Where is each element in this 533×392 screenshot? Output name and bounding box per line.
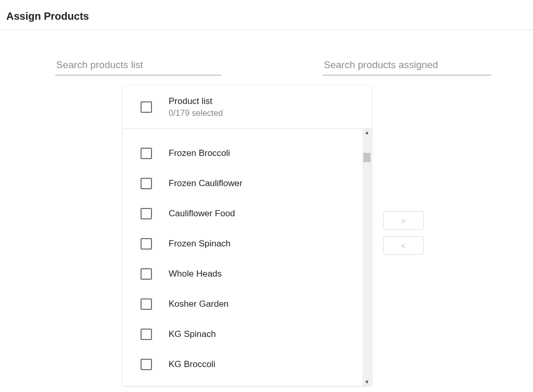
item-label: Whole Heads [169,269,222,279]
item-label: Kosher Garden [169,299,229,309]
product-list-header-title: Product list [169,96,223,108]
item-label: Frozen Spinach [169,239,231,249]
product-list-scrollbar[interactable]: ▲ ▼ [362,129,372,386]
item-checkbox[interactable] [141,238,152,250]
list-item[interactable]: Whole Heads [123,259,362,289]
item-checkbox[interactable] [141,298,152,310]
item-checkbox[interactable] [141,268,152,280]
search-products-assigned-input[interactable] [323,56,491,75]
transfer-buttons: > < [383,211,424,261]
list-item[interactable]: Cauliflower Food [123,199,362,229]
item-checkbox[interactable] [141,329,152,340]
product-list-header-text: Product list 0/179 selected [169,96,223,119]
list-item[interactable]: KG Broccoli [123,349,362,380]
product-list-header: Product list 0/179 selected [123,85,372,129]
product-list-body: Frozen BroccoliFrozen CauliflowerCaulifl… [123,129,362,386]
product-list-selected-count: 0/179 selected [169,108,223,119]
item-checkbox[interactable] [141,208,152,219]
select-all-checkbox[interactable] [141,101,152,113]
item-checkbox[interactable] [141,359,152,370]
list-item[interactable]: Frozen Broccoli [123,138,362,168]
search-products-list-input[interactable] [55,56,222,75]
list-item[interactable]: Frozen Spinach [123,229,362,259]
item-label: Frozen Broccoli [169,148,230,159]
item-checkbox[interactable] [141,148,152,159]
product-list-body-wrap: Frozen BroccoliFrozen CauliflowerCaulifl… [123,129,372,386]
scrollbar-thumb[interactable] [363,153,371,162]
search-left-wrap [55,56,222,75]
item-label: Cauliflower Food [169,208,235,219]
list-item[interactable]: Kosher Garden [123,289,362,319]
product-list-panel: Product list 0/179 selected Frozen Brocc… [123,85,372,386]
scroll-down-arrow-icon[interactable]: ▼ [362,378,372,386]
item-label: Frozen Cauliflower [169,178,243,189]
title-divider [0,30,533,30]
item-label: KG Spinach [169,329,216,339]
scroll-up-arrow-icon[interactable]: ▲ [362,129,372,136]
list-item[interactable]: KG Spinach [123,319,362,349]
item-label: KG Broccoli [169,359,215,370]
list-item[interactable]: Frozen Cauliflower [123,168,362,199]
unassign-button[interactable]: < [383,236,424,255]
page-title: Assign Products [0,0,533,30]
search-right-wrap [323,56,491,75]
item-checkbox[interactable] [141,178,152,189]
assign-button[interactable]: > [383,211,424,230]
